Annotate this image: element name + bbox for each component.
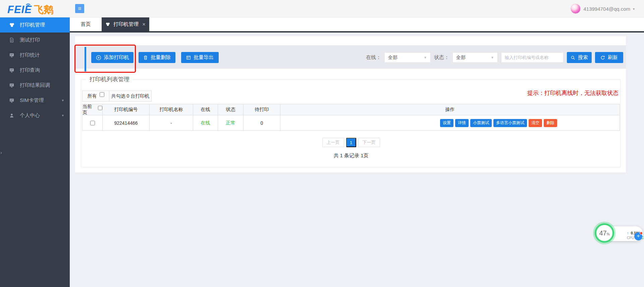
accent-bar xyxy=(85,47,86,71)
page: FEIE 飞鹅 ≡ 413994704@qq.com ▾ 打印机管理 测试打印 xyxy=(0,0,644,287)
batch-export-label: 批量导出 xyxy=(194,54,214,61)
add-printer-button[interactable]: 添加打印机 xyxy=(91,52,133,63)
system-monitor-widget[interactable]: ↑ 0.1K/s CPU 29°C + 47 % xyxy=(595,223,644,245)
batch-delete-button[interactable]: 批量删除 xyxy=(139,52,175,63)
select-all-bar: 所有 共勾选 0 台打印机 xyxy=(82,91,152,102)
close-icon[interactable]: × xyxy=(142,21,145,27)
printer-cluster-icon xyxy=(9,22,15,28)
printer-card: 添加打印机 批量删除 批量导出 在线： 全部 ▼ 状态 xyxy=(75,36,626,172)
header-current-page: 当前页 xyxy=(83,104,103,115)
menu-icon: ≡ xyxy=(78,5,82,12)
sidebar-item-label: 打印机管理 xyxy=(20,22,45,28)
offline-tip: 提示：打印机离线时，无法获取状态 xyxy=(527,89,619,97)
sidebar-item-label: 打印结果回调 xyxy=(20,82,50,89)
avatar[interactable] xyxy=(571,4,581,14)
next-page-button[interactable]: 下一页 xyxy=(358,138,380,147)
settings-button[interactable]: 设置 xyxy=(440,119,453,127)
table-row: 922414466 - 在线 正常 0 设置 详情 小票测试 多语言小票测试 清… xyxy=(83,115,620,130)
record-summary: 共 1 条记录 1页 xyxy=(82,153,620,159)
sidebar-item-label: 打印统计 xyxy=(20,52,40,58)
chevron-down-icon: ▼ xyxy=(491,56,494,59)
top-navbar: FEIE 飞鹅 ≡ 413994704@qq.com ▾ xyxy=(0,0,644,17)
online-filter-label: 在线： xyxy=(366,54,381,61)
filter-bar: 在线： 全部 ▼ 状态： 全部 ▼ 搜索 xyxy=(366,52,623,63)
sidebar-item-printer-management[interactable]: 打印机管理 xyxy=(0,17,70,33)
sidebar: 打印机管理 测试打印 打印统计 打印查询 打印结果回调 xyxy=(0,17,70,287)
select-page-checkbox[interactable] xyxy=(98,106,102,110)
selected-count-cell: 共勾选 0 台打印机 xyxy=(109,91,152,102)
panel-title: 打印机列表管理 xyxy=(86,75,133,83)
prev-page-button[interactable]: 上一页 xyxy=(322,138,344,147)
chart-board-icon xyxy=(9,83,15,88)
row-printer-sn: 922414466 xyxy=(103,115,150,130)
refresh-button[interactable]: 刷新 xyxy=(595,52,623,63)
selected-count-label: 共勾选 0 台打印机 xyxy=(111,93,150,99)
tab-bar: 首页 打印机管理 × xyxy=(70,17,644,33)
row-status: 正常 xyxy=(218,115,244,130)
search-button[interactable]: 搜索 xyxy=(567,52,592,63)
row-checkbox[interactable] xyxy=(90,121,95,125)
search-input[interactable] xyxy=(501,52,564,63)
sidebar-item-personal-center[interactable]: 个人中心 ▾ xyxy=(0,108,70,123)
sidebar-toggle-button[interactable]: ≡ xyxy=(75,4,84,13)
antenna-icon xyxy=(25,1,32,7)
plus-circle-icon xyxy=(96,55,101,60)
logo-text-cn: 飞鹅 xyxy=(34,4,53,15)
brand-logo[interactable]: FEIE 飞鹅 xyxy=(7,3,53,15)
chevron-down-icon: ▼ xyxy=(424,56,427,59)
tab-home[interactable]: 首页 xyxy=(70,17,102,31)
multilang-receipt-test-button[interactable]: 多语言小票测试 xyxy=(493,119,527,127)
batch-delete-label: 批量删除 xyxy=(151,54,171,61)
chart-board-icon xyxy=(9,98,15,103)
delete-button[interactable]: 删除 xyxy=(544,119,557,127)
upload-arrow-icon: ↑ xyxy=(627,231,629,235)
refresh-label: 刷新 xyxy=(608,54,618,61)
clear-button[interactable]: 清空 xyxy=(529,119,542,127)
details-button[interactable]: 详情 xyxy=(455,119,469,127)
tab-printer-management[interactable]: 打印机管理 × xyxy=(102,17,149,31)
refresh-icon xyxy=(600,55,605,60)
sidebar-item-test-print[interactable]: 测试打印 xyxy=(0,33,70,48)
online-filter-select[interactable]: 全部 ▼ xyxy=(384,52,431,63)
sidebar-item-sim-management[interactable]: SIM卡管理 ▾ xyxy=(0,93,70,108)
pagination: 上一页 1 下一页 xyxy=(82,138,620,147)
document-icon xyxy=(9,38,15,43)
select-all-label: 所有 xyxy=(88,93,97,99)
content-area: 添加打印机 批量删除 批量导出 在线： 全部 ▼ 状态 xyxy=(70,33,644,287)
header-pending: 待打印 xyxy=(244,104,280,115)
search-icon xyxy=(571,55,575,60)
select-all-checkbox[interactable] xyxy=(100,92,104,97)
tab-label: 打印机管理 xyxy=(113,21,139,27)
header-printer-sn: 打印机编号 xyxy=(103,104,150,115)
chart-board-icon xyxy=(9,68,15,73)
header-actions: 操作 xyxy=(280,104,620,115)
row-actions-cell: 设置 详情 小票测试 多语言小票测试 清空 删除 xyxy=(280,115,620,130)
printer-table: 当前页 打印机编号 打印机名称 在线 状态 待打印 操作 922414466 - xyxy=(82,104,620,131)
memory-percent-unit: % xyxy=(607,232,610,236)
sidebar-item-label: 个人中心 xyxy=(20,112,40,119)
trash-icon xyxy=(143,55,148,60)
current-page-button[interactable]: 1 xyxy=(346,138,356,147)
sidebar-item-print-stats[interactable]: 打印统计 xyxy=(0,48,70,63)
chevron-down-icon: ▾ xyxy=(633,7,635,11)
collapse-chevron-icon[interactable]: › xyxy=(0,150,2,155)
cpu-label: CPU xyxy=(627,236,634,240)
receipt-test-button[interactable]: 小票测试 xyxy=(470,119,492,127)
batch-export-button[interactable]: 批量导出 xyxy=(181,52,219,63)
header-online: 在线 xyxy=(193,104,218,115)
sidebar-item-label: 打印查询 xyxy=(20,67,40,73)
status-filter-value: 全部 xyxy=(456,55,466,61)
sidebar-item-label: SIM卡管理 xyxy=(20,97,44,104)
sidebar-item-label: 测试打印 xyxy=(20,37,40,43)
table-header-row: 当前页 打印机编号 打印机名称 在线 状态 待打印 操作 xyxy=(83,104,620,115)
memory-percent-gauge[interactable]: 47 % xyxy=(595,223,614,243)
status-filter-select[interactable]: 全部 ▼ xyxy=(452,52,498,63)
user-menu[interactable]: 413994704@qq.com ▾ xyxy=(571,3,635,14)
chart-board-icon xyxy=(9,53,15,58)
add-printer-label: 添加打印机 xyxy=(104,54,129,61)
status-filter-label: 状态： xyxy=(434,54,449,61)
user-icon xyxy=(9,113,15,118)
sidebar-item-print-callback[interactable]: 打印结果回调 xyxy=(0,78,70,93)
memory-percent-value: 47 xyxy=(599,229,606,237)
sidebar-item-print-query[interactable]: 打印查询 xyxy=(0,63,70,78)
